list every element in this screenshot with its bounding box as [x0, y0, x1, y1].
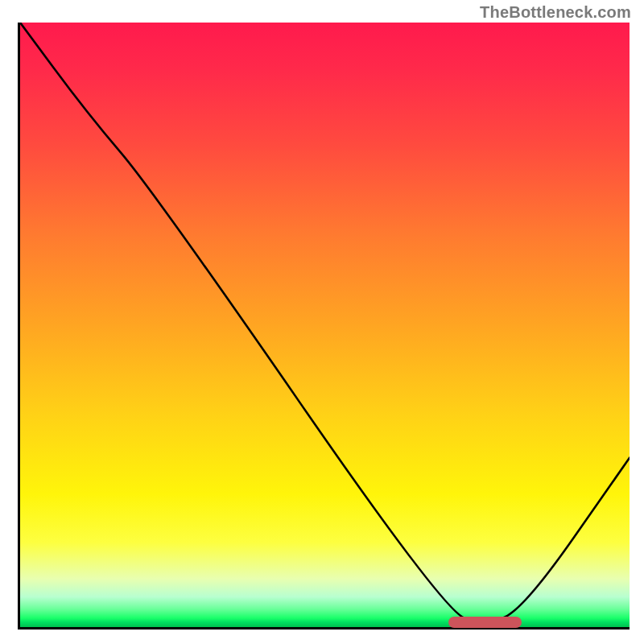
sweet-spot-marker [448, 617, 522, 628]
watermark-text: TheBottleneck.com [480, 3, 631, 22]
plot-area [18, 23, 630, 630]
bottleneck-chart: TheBottleneck.com [0, 0, 644, 644]
bottleneck-curve-line [20, 23, 630, 620]
curve-layer [20, 23, 630, 627]
